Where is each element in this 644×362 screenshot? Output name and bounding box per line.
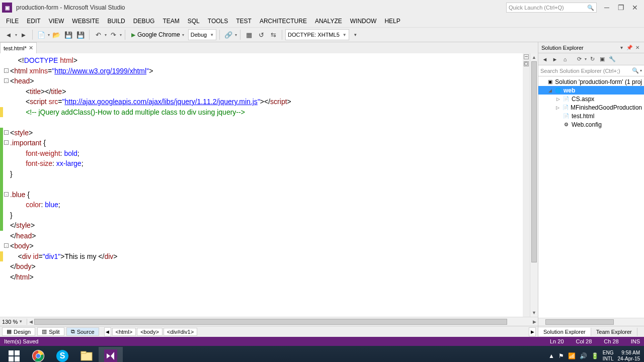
- forward-button[interactable]: ►: [550, 55, 559, 64]
- tray-overflow-icon[interactable]: ▲: [548, 352, 554, 359]
- tree-horizontal-scrollbar[interactable]: [538, 318, 644, 326]
- doctype-dropdown[interactable]: DOCTYPE: XHTML5 ▼: [285, 29, 349, 40]
- team-explorer-tab[interactable]: Team Explorer: [591, 328, 637, 336]
- menu-edit[interactable]: EDIT: [23, 17, 44, 26]
- skype-taskbar-button[interactable]: S: [50, 347, 74, 362]
- solution-node[interactable]: ▣ Solution 'production-form' (1 proj: [538, 77, 644, 86]
- hscroll-thumb[interactable]: [34, 319, 507, 325]
- vs-taskbar-button[interactable]: [99, 347, 123, 362]
- menu-file[interactable]: FILE: [2, 17, 23, 26]
- expand-icon[interactable]: ▷: [555, 97, 560, 102]
- code-line[interactable]: <style>: [10, 128, 523, 138]
- system-tray[interactable]: ▲ ⚑ 📶 🔊 🔋 ENG INTL 9:58 AM 24-Apr-15: [548, 350, 642, 362]
- expand-icon[interactable]: ▷: [555, 105, 560, 110]
- refresh-button[interactable]: ↻: [588, 55, 597, 64]
- menu-analyze[interactable]: ANALYZE: [311, 17, 346, 26]
- code-editor[interactable]: ------ <!DOCTYPE html><html xmlns="http:…: [0, 53, 538, 317]
- properties-button[interactable]: 🔧: [608, 55, 617, 64]
- tray-lang[interactable]: ENG INTL: [603, 350, 614, 362]
- solution-tree[interactable]: ▣ Solution 'production-form' (1 proj ◢ 🌐…: [538, 76, 644, 318]
- breadcrumb-prev-button[interactable]: ◀: [104, 327, 111, 336]
- code-text[interactable]: <!DOCTYPE html><html xmlns="http://www.w…: [10, 53, 523, 317]
- code-line[interactable]: font-size: xx-large;: [10, 158, 523, 169]
- breadcrumb-item[interactable]: <body>: [137, 328, 163, 336]
- redo-button[interactable]: ↷: [108, 29, 119, 40]
- code-line[interactable]: <head>: [10, 76, 523, 86]
- tree-hscroll-thumb[interactable]: [545, 319, 614, 325]
- outline-toggle[interactable]: -: [4, 130, 9, 135]
- panel-menu-button[interactable]: ▾: [618, 44, 625, 51]
- breadcrumb-item[interactable]: <div#div1>: [164, 328, 197, 336]
- solution-search-input[interactable]: Search Solution Explorer (Ctrl+;) 🔍 ▾: [538, 65, 644, 76]
- code-line[interactable]: <body>: [10, 241, 523, 251]
- tool-b-button[interactable]: ↺: [256, 29, 267, 40]
- menu-help[interactable]: HELP: [380, 17, 404, 26]
- code-line[interactable]: }: [10, 169, 523, 179]
- code-line[interactable]: <script src="http://ajax.googleapis.com/…: [10, 97, 523, 107]
- network-icon[interactable]: 📶: [568, 352, 576, 359]
- flag-icon[interactable]: ⚑: [558, 352, 564, 359]
- nav-forward-button[interactable]: ►: [18, 29, 29, 40]
- minimize-button[interactable]: ─: [601, 3, 613, 13]
- code-line[interactable]: color: blue;: [10, 200, 523, 210]
- source-view-button[interactable]: ⧉ Source: [66, 327, 99, 336]
- menu-build[interactable]: BUILD: [103, 17, 129, 26]
- scroll-right-button[interactable]: ▶: [531, 318, 538, 326]
- project-node[interactable]: ◢ 🌐 web: [538, 86, 644, 95]
- split-editor-button[interactable]: ─: [524, 54, 529, 59]
- menu-window[interactable]: WINDOW: [346, 17, 381, 26]
- code-line[interactable]: <!DOCTYPE html>: [10, 55, 523, 66]
- menu-debug[interactable]: DEBUG: [129, 17, 159, 26]
- open-file-button[interactable]: 📂: [51, 29, 62, 40]
- outline-toggle[interactable]: -: [4, 243, 9, 248]
- home-icon[interactable]: ⌂: [560, 55, 570, 64]
- browse-button[interactable]: 🔗: [223, 29, 234, 40]
- scroll-left-button[interactable]: ◀: [27, 318, 34, 326]
- tree-item[interactable]: ▷ 📄 MFinishedGoodProduction: [538, 103, 644, 112]
- menu-tools[interactable]: TOOLS: [204, 17, 232, 26]
- outline-toggle[interactable]: -: [4, 68, 9, 73]
- outline-toggle[interactable]: -: [4, 192, 9, 197]
- power-icon[interactable]: 🔋: [591, 352, 599, 359]
- menu-sql[interactable]: SQL: [184, 17, 204, 26]
- start-debug-button[interactable]: ▶ Google Chrome ▾: [128, 31, 187, 38]
- menu-architecture[interactable]: ARCHITECTURE: [256, 17, 311, 26]
- zoom-dropdown[interactable]: 130 % ▼: [0, 319, 27, 325]
- code-line[interactable]: .blue {: [10, 190, 523, 200]
- restore-button[interactable]: ❐: [615, 3, 627, 13]
- code-line[interactable]: [10, 117, 523, 128]
- code-line[interactable]: </head>: [10, 231, 523, 241]
- outline-toggle[interactable]: -: [4, 78, 9, 83]
- chrome-taskbar-button[interactable]: [26, 347, 50, 362]
- pin-icon[interactable]: 📌: [626, 44, 633, 51]
- code-line[interactable]: }: [10, 210, 523, 221]
- design-view-button[interactable]: ▦ Design: [2, 327, 35, 336]
- scroll-up-button[interactable]: ▲: [530, 53, 538, 61]
- code-line[interactable]: font-weight: bold;: [10, 148, 523, 159]
- sync-button[interactable]: ⟳: [575, 55, 584, 64]
- tree-item[interactable]: ▷ 📄 CS.aspx: [538, 95, 644, 103]
- code-line[interactable]: </html>: [10, 272, 523, 283]
- menu-website[interactable]: WEBSITE: [68, 17, 103, 26]
- code-line[interactable]: </style>: [10, 220, 523, 231]
- config-dropdown[interactable]: Debug ▼: [188, 29, 216, 40]
- breadcrumb-item[interactable]: <html>: [112, 328, 136, 336]
- vertical-scrollbar[interactable]: ▲ ▼: [530, 53, 538, 317]
- new-item-button[interactable]: 📄: [36, 29, 47, 40]
- tool-a-button[interactable]: ▦: [244, 29, 255, 40]
- tray-clock[interactable]: 9:58 AM 24-Apr-15: [618, 350, 640, 362]
- save-all-button[interactable]: 💾: [75, 29, 86, 40]
- menu-view[interactable]: VIEW: [45, 17, 68, 26]
- vscroll-thumb[interactable]: [531, 61, 537, 262]
- outline-toggle[interactable]: -: [4, 140, 9, 145]
- back-button[interactable]: ◄: [540, 55, 549, 64]
- toolbar-overflow-button[interactable]: ▾: [350, 29, 361, 40]
- collapse-all-button[interactable]: ▣: [598, 55, 607, 64]
- save-button[interactable]: 💾: [63, 29, 74, 40]
- scroll-down-button[interactable]: ▼: [530, 309, 538, 317]
- code-line[interactable]: .important {: [10, 138, 523, 148]
- tree-item[interactable]: ⚙ Web.config: [538, 120, 644, 129]
- horizontal-scrollbar[interactable]: ◀ ▶: [27, 318, 538, 326]
- breadcrumb-next-button[interactable]: ▶: [529, 327, 536, 336]
- undo-button[interactable]: ↶: [93, 29, 104, 40]
